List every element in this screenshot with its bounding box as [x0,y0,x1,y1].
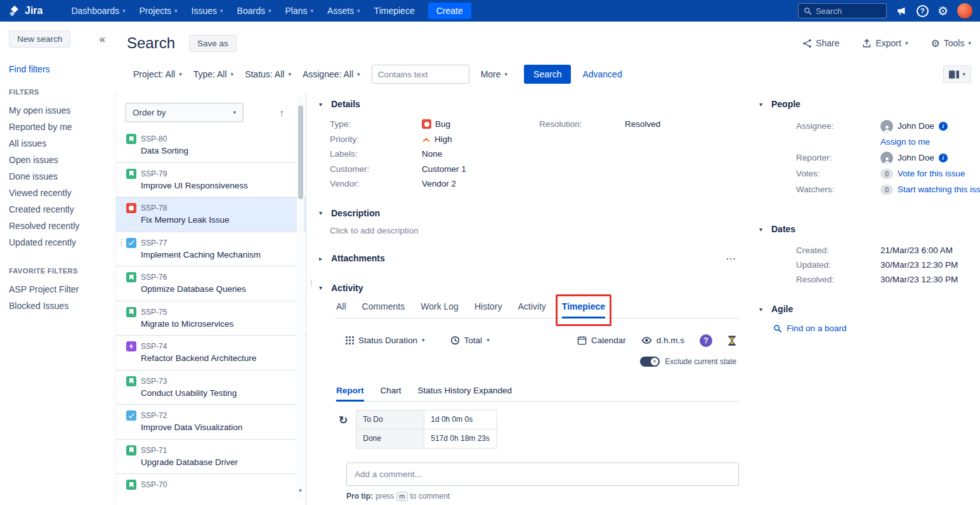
timepiece-help-icon[interactable]: ? [700,334,712,347]
description-section-header[interactable]: ▾ Description [319,208,739,218]
jira-logo-icon [8,4,21,18]
tab-history[interactable]: History [474,301,502,318]
more-filters-dropdown[interactable]: More▾ [481,69,507,79]
sidebar-item-done-issues[interactable]: Done issues [9,168,108,185]
tab-chart[interactable]: Chart [381,386,402,401]
sidebar-item-resolved-recently[interactable]: Resolved recently [9,218,108,234]
calendar-button[interactable]: Calendar [577,336,626,345]
jira-brand[interactable]: Jira [8,4,42,18]
feedback-megaphone-icon[interactable] [896,5,908,16]
type-filter-dropdown[interactable]: Type: All▾ [193,69,233,79]
scrollbar-thumb[interactable] [298,105,303,199]
issue-row-ssp-70[interactable]: SSP-70 [116,474,306,505]
total-dropdown[interactable]: Total ▾ [450,336,490,345]
issue-row-ssp-79[interactable]: SSP-79Improve UI Responsiveness [116,163,306,198]
panel-resize-handle[interactable]: ⋮ [117,240,126,244]
user-avatar[interactable] [957,3,972,18]
info-icon[interactable]: i [939,154,948,162]
sidebar-item-updated-recently[interactable]: Updated recently [9,234,108,251]
add-comment-input[interactable]: Add a comment... [346,462,739,486]
order-by-select[interactable]: Order by▾ [125,103,244,122]
sidebar-item-created-recently[interactable]: Created recently [9,201,108,218]
tab-all[interactable]: All [336,301,346,318]
advanced-search-link[interactable]: Advanced [582,69,622,79]
issue-row-ssp-75[interactable]: SSP-75Migrate to Microservices [116,301,306,336]
add-description-placeholder[interactable]: Click to add description [330,226,739,235]
issue-row-ssp-71[interactable]: SSP-71Upgrade Database Driver [116,440,306,475]
vote-for-issue-link[interactable]: Vote for this issue [898,169,965,178]
issue-list-scrollbar[interactable]: ▼ [297,96,304,501]
share-button[interactable]: Share [802,38,839,48]
nav-issues[interactable]: Issues▾ [185,0,230,22]
create-button[interactable]: Create [428,3,471,19]
save-as-button[interactable]: Save as [189,35,237,52]
nav-assets[interactable]: Assets▾ [320,0,367,22]
tab-comments[interactable]: Comments [362,301,405,318]
reporter-value[interactable]: John Doe [898,153,934,162]
tab-timepiece[interactable]: Timepiece [562,301,605,318]
issue-key: SSP-77 [141,239,167,247]
collapse-sidebar-icon[interactable]: « [100,33,108,46]
sort-direction-icon[interactable]: ↑ [280,107,285,118]
export-button[interactable]: Export ▾ [862,38,908,48]
sidebar-item-open-issues[interactable]: Open issues [9,152,108,168]
assignee-value[interactable]: John Doe [898,121,934,131]
sidebar-item-reported-by-me[interactable]: Reported by me [9,119,108,135]
assign-to-me-link[interactable]: Assign to me [880,137,980,147]
new-search-button[interactable]: New search [9,30,70,48]
issue-row-ssp-78[interactable]: SSP-78Fix Memory Leak Issue [116,197,306,232]
contains-text-input[interactable] [372,65,469,84]
duration-cell: 517d 0h 18m 23s [424,429,497,448]
time-format-button[interactable]: d.h.m.s [641,336,684,345]
nav-plans[interactable]: Plans▾ [278,0,321,22]
help-icon[interactable]: ? [917,5,929,17]
project-filter-dropdown[interactable]: Project: All▾ [133,69,182,79]
resolved-value: 30/Mar/23 12:30 PM [880,275,980,284]
global-search[interactable] [798,3,887,18]
activity-section-header[interactable]: ▾ Activity [319,283,739,293]
issue-row-ssp-76[interactable]: SSP-76Optimize Database Queries [116,266,306,301]
tab-work-log[interactable]: Work Log [421,301,459,318]
exclude-current-state-toggle[interactable]: ✕ [640,357,660,367]
attachments-section-header[interactable]: ▸ Attachments ⋯ [319,253,739,265]
details-section-header[interactable]: ▾ Details [319,99,739,109]
tab-activity[interactable]: Activity [518,301,546,318]
panel-resize-handle[interactable]: ⋮ [307,280,315,285]
settings-gear-icon[interactable]: ⚙ [938,5,948,17]
nav-dashboards[interactable]: Dashboards▾ [64,0,132,22]
global-search-input[interactable] [816,6,879,16]
status-duration-dropdown[interactable]: Status Duration ▾ [346,336,425,345]
info-icon[interactable]: i [939,122,948,131]
search-button[interactable]: Search [524,65,571,84]
attachments-more-icon[interactable]: ⋯ [726,253,739,265]
start-watching-link[interactable]: Start watching this issue [898,185,980,194]
status-filter-dropdown[interactable]: Status: All▾ [245,69,291,79]
issue-key: SSP-76 [141,273,167,282]
nav-boards[interactable]: Boards▾ [230,0,278,22]
people-section-header[interactable]: ▾ People [759,99,980,109]
layout-switcher-button[interactable]: ▾ [943,65,971,83]
chevron-right-icon: ▸ [319,255,325,262]
agile-section-header[interactable]: ▾ Agile [759,304,980,314]
nav-timepiece[interactable]: Timepiece [367,0,422,22]
sidebar-item-asp-project-filter[interactable]: ASP Project Filter [9,281,108,298]
issue-row-ssp-74[interactable]: SSP-74Refactor Backend Architecture [116,336,306,371]
issue-row-ssp-73[interactable]: SSP-73Conduct Usability Testing [116,371,306,405]
sidebar-item-viewed-recently[interactable]: Viewed recently [9,185,108,201]
nav-projects[interactable]: Projects▾ [133,0,185,22]
find-on-board-link[interactable]: Find on a board [787,324,847,333]
sidebar-item-my-open-issues[interactable]: My open issues [9,102,108,119]
issue-row-ssp-72[interactable]: SSP-72Improve Data Visualization [116,405,306,440]
scroll-down-icon[interactable]: ▼ [297,488,304,494]
tab-status-history-expanded[interactable]: Status History Expanded [418,386,513,401]
assignee-filter-dropdown[interactable]: Assignee: All▾ [303,69,360,79]
tools-button[interactable]: ⚙ Tools ▾ [931,37,971,49]
refresh-icon[interactable]: ↻ [339,414,348,427]
sidebar-item-all-issues[interactable]: All issues [9,135,108,152]
issue-row-ssp-77[interactable]: SSP-77Implement Caching Mechanism [116,232,306,267]
dates-section-header[interactable]: ▾ Dates [759,224,980,234]
find-filters-link[interactable]: Find filters [9,64,108,74]
issue-row-ssp-80[interactable]: SSP-80Data Sorting [116,128,306,163]
sidebar-item-blocked-issues[interactable]: Blocked Issues [9,298,108,314]
tab-report[interactable]: Report [336,386,364,401]
